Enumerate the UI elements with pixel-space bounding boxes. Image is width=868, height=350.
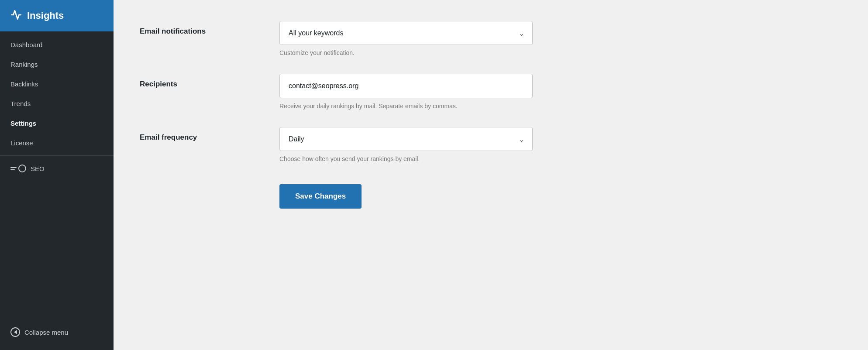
collapse-circle-icon (10, 327, 20, 337)
email-frequency-select[interactable]: Daily Weekly Monthly (280, 127, 532, 151)
email-frequency-field: Daily Weekly Monthly ⌄ Choose how often … (279, 127, 533, 162)
recipients-field: Receive your daily rankings by mail. Sep… (279, 74, 533, 110)
save-field: Save Changes (279, 180, 533, 209)
email-notifications-select-wrapper: All your keywords Top keywords None ⌄ (279, 21, 533, 45)
sidebar-header: Insights (0, 0, 114, 31)
main-content: Email notifications All your keywords To… (114, 0, 868, 350)
seo-icon-circle (18, 165, 26, 172)
settings-form: Email notifications All your keywords To… (140, 21, 533, 209)
chart-icon (10, 9, 22, 22)
sidebar-seo-section: SEO (0, 158, 114, 178)
email-notifications-field: All your keywords Top keywords None ⌄ Cu… (279, 21, 533, 56)
sidebar-title: Insights (27, 10, 64, 21)
seo-icon (10, 165, 26, 172)
sidebar-divider (0, 155, 114, 156)
email-notifications-label: Email notifications (140, 21, 262, 36)
sidebar-item-dashboard[interactable]: Dashboard (0, 35, 114, 55)
recipients-help: Receive your daily rankings by mail. Sep… (279, 103, 533, 110)
sidebar-item-backlinks[interactable]: Backlinks (0, 74, 114, 94)
seo-line-1 (10, 167, 17, 168)
recipients-label: Recipients (140, 74, 262, 89)
sidebar-item-rankings[interactable]: Rankings (0, 55, 114, 74)
email-frequency-row: Email frequency Daily Weekly Monthly ⌄ C… (140, 127, 533, 162)
recipients-input[interactable] (279, 74, 533, 98)
sidebar-item-trends[interactable]: Trends (0, 94, 114, 113)
email-notifications-row: Email notifications All your keywords To… (140, 21, 533, 56)
recipients-row: Recipients Receive your daily rankings b… (140, 74, 533, 110)
email-frequency-select-wrapper: Daily Weekly Monthly ⌄ (279, 127, 533, 151)
email-frequency-label: Email frequency (140, 127, 262, 142)
seo-line-2 (10, 169, 15, 170)
collapse-menu-button[interactable]: Collapse menu (0, 321, 114, 343)
seo-label: SEO (31, 165, 45, 172)
sidebar: Insights Dashboard Rankings Backlinks Tr… (0, 0, 114, 350)
sidebar-nav: Dashboard Rankings Backlinks Trends Sett… (0, 31, 114, 321)
save-changes-button[interactable]: Save Changes (279, 184, 362, 209)
sidebar-item-settings[interactable]: Settings (0, 113, 114, 133)
save-row: Save Changes (140, 180, 533, 209)
email-frequency-help: Choose how often you send your rankings … (279, 155, 533, 162)
sidebar-item-license[interactable]: License (0, 133, 114, 153)
collapse-label: Collapse menu (24, 329, 68, 336)
email-notifications-select[interactable]: All your keywords Top keywords None (280, 21, 532, 45)
collapse-arrow-icon (14, 330, 17, 334)
email-notifications-help: Customize your notification. (279, 49, 533, 56)
seo-icon-lines (10, 167, 17, 170)
